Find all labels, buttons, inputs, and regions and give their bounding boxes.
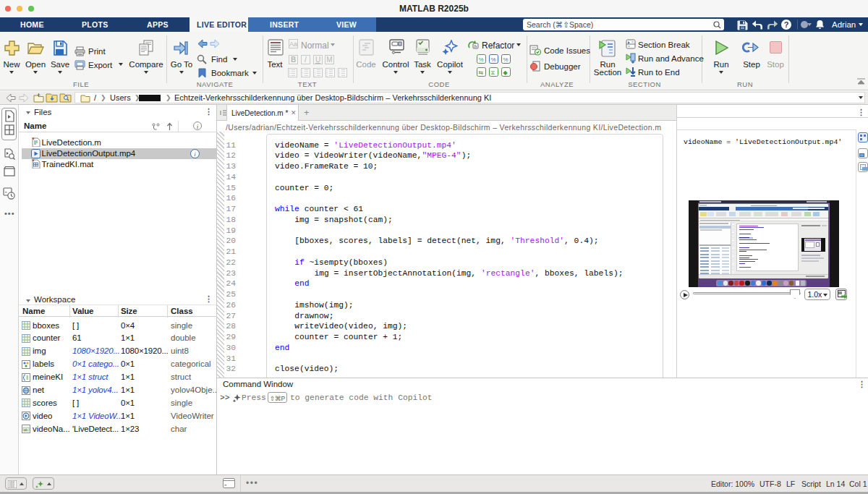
svg-text:%: %	[491, 56, 496, 63]
svg-text:⇆: ⇆	[479, 69, 484, 76]
svg-text:4: 4	[314, 74, 315, 77]
svg-text:ab: ab	[24, 428, 28, 432]
svg-text:4: 4	[339, 74, 340, 77]
svg-text:%: %	[479, 56, 484, 63]
svg-text:%: %	[503, 56, 509, 63]
svg-text:4: 4	[302, 74, 303, 77]
svg-text:◆: ◆	[503, 69, 509, 76]
svg-text:4: 4	[326, 74, 328, 77]
svg-text:⧖: ⧖	[491, 69, 495, 76]
